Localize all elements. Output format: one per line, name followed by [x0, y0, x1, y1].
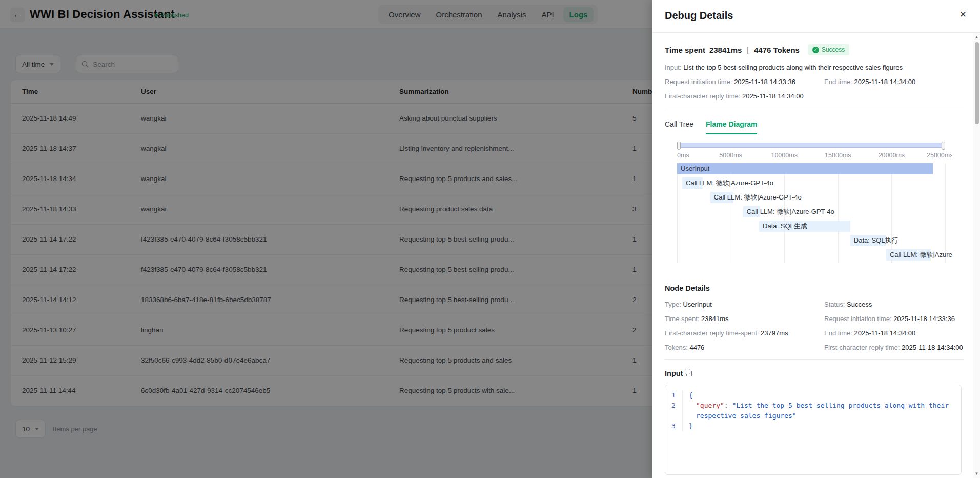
time-spent-label: Time spent [665, 46, 705, 54]
summary-row: Time spent 23841ms | 4476 Tokens ✓ Succe… [665, 44, 849, 55]
flame-row: Data: SQL执行 [677, 235, 945, 246]
flame-row: Call LLM: 微软|Azure-GPT-4o [677, 206, 945, 217]
input-section-title: Input [665, 369, 692, 377]
line-number: 3 [665, 421, 683, 431]
axis-tick: 15000ms [825, 152, 851, 159]
scrollbar-thumb[interactable] [975, 42, 979, 124]
flame-row: Call LLM: 微软|Azure-GPT-4o [677, 249, 945, 261]
close-icon[interactable]: ✕ [959, 10, 967, 19]
axis-tick: 0ms [677, 152, 689, 159]
axis-tick: 20000ms [879, 152, 905, 159]
scroll-down-icon[interactable]: ▼ [973, 471, 980, 476]
slider-handle-right[interactable] [942, 142, 945, 150]
line-number: 2 [665, 401, 683, 421]
tab-call-tree[interactable]: Call Tree [665, 120, 693, 134]
detail-tokens-: Tokens: 4476 [665, 344, 704, 351]
flame-range-slider[interactable] [677, 143, 945, 148]
code-line: 2"query": "List the top 5 best-selling p… [665, 401, 961, 421]
debug-details-panel: Debug Details ✕ Time spent 23841ms | 447… [652, 0, 980, 478]
node-details-row: First-character reply time-spent: 23797m… [665, 327, 957, 342]
input-label: Input: [665, 64, 682, 71]
check-circle-icon: ✓ [812, 47, 819, 53]
detail-type-: Type: UserInput [665, 301, 712, 308]
detail-status-: Status: Success [824, 301, 872, 308]
node-details-title: Node Details [665, 284, 710, 292]
code-line: 3} [665, 421, 961, 431]
summary-separator: | [746, 46, 750, 54]
detail-end-time-: End time: 2025-11-18 14:34:00 [824, 329, 915, 337]
status-badge: ✓ Success [808, 44, 849, 55]
tokens-value: 4476 Tokens [754, 46, 800, 54]
axis-tick: 25000ms [927, 152, 952, 159]
axis-tick: 10000ms [771, 152, 797, 159]
axis-tick: 5000ms [719, 152, 742, 159]
divider [665, 109, 964, 109]
status-badge-label: Success [822, 46, 845, 53]
flame-row: Data: SQL生成 [677, 221, 945, 232]
flame-rows: UserInputCall LLM: 微软|Azure-GPT-4oCall L… [677, 163, 945, 263]
flame-node[interactable]: Data: SQL执行 [850, 235, 886, 246]
input-summary-line: Input: List the top 5 best-selling produ… [665, 64, 952, 71]
divider [665, 359, 964, 360]
input-code-block: 1{2"query": "List the top 5 best-selling… [665, 385, 962, 475]
panel-title: Debug Details [665, 10, 733, 22]
detail-request-initiation-time-: Request initiation time: 2025-11-18 14:3… [824, 315, 955, 323]
app: ← WWI BI Decision Assistant Published Ov… [0, 0, 980, 478]
code-line: 1{ [665, 390, 961, 401]
flame-row: Call LLM: 微软|Azure-GPT-4o [677, 192, 945, 203]
panel-content: Time spent 23841ms | 4476 Tokens ✓ Succe… [652, 33, 980, 478]
node-details-row: Time spent: 23841msRequest initiation ti… [665, 313, 957, 327]
flame-axis: 0ms5000ms10000ms15000ms20000ms25000ms [677, 152, 945, 160]
line-number: 1 [665, 390, 683, 401]
flame-node[interactable]: Call LLM: 微软|Azure-GPT-4o [743, 206, 761, 217]
flame-node[interactable]: Call LLM: 微软|Azure-GPT-4o [682, 177, 703, 189]
input-section-label: Input [665, 369, 683, 377]
input-value: List the top 5 best-selling products alo… [683, 64, 903, 71]
time-spent-value: 23841ms [709, 46, 742, 54]
meta-end-time-: End time: 2025-11-18 14:34:00 [824, 78, 915, 86]
meta-request-initiation-time-: Request initiation time: 2025-11-18 14:3… [665, 78, 795, 86]
panel-scrollbar[interactable]: ▲ ▼ [973, 33, 980, 478]
panel-header: Debug Details ✕ [652, 0, 980, 33]
flame-diagram: 0ms5000ms10000ms15000ms20000ms25000ms Us… [677, 142, 952, 263]
flame-row: UserInput [677, 163, 945, 174]
node-details-row: Type: UserInputStatus: Success [665, 298, 957, 313]
flame-row: Call LLM: 微软|Azure-GPT-4o [677, 177, 945, 189]
copy-icon[interactable] [686, 371, 692, 376]
scroll-up-icon[interactable]: ▲ [973, 35, 980, 39]
node-details-grid: Type: UserInputStatus: SuccessTime spent… [665, 298, 957, 356]
slider-handle-left[interactable] [677, 142, 681, 150]
flame-gridline [945, 163, 946, 263]
flame-node[interactable]: Data: SQL生成 [759, 221, 850, 232]
detail-first-character-reply-time-spent-: First-character reply time-spent: 23797m… [665, 329, 788, 337]
detail-first-character-reply-time-: First-character reply time: 2025-11-18 1… [824, 344, 963, 351]
flame-node[interactable]: UserInput [677, 163, 933, 174]
detail-time-spent-: Time spent: 23841ms [665, 315, 729, 323]
node-details-row: Tokens: 4476First-character reply time: … [665, 342, 957, 356]
tab-flame-diagram[interactable]: Flame Diagram [706, 120, 757, 134]
view-tabs: Call TreeFlame Diagram [665, 120, 757, 134]
flame-node[interactable]: Call LLM: 微软|Azure-GPT-4o [710, 192, 733, 203]
meta-first-character-reply-time-: First-character reply time: 2025-11-18 1… [665, 92, 804, 100]
flame-node[interactable]: Call LLM: 微软|Azure-GPT-4o [886, 249, 931, 261]
